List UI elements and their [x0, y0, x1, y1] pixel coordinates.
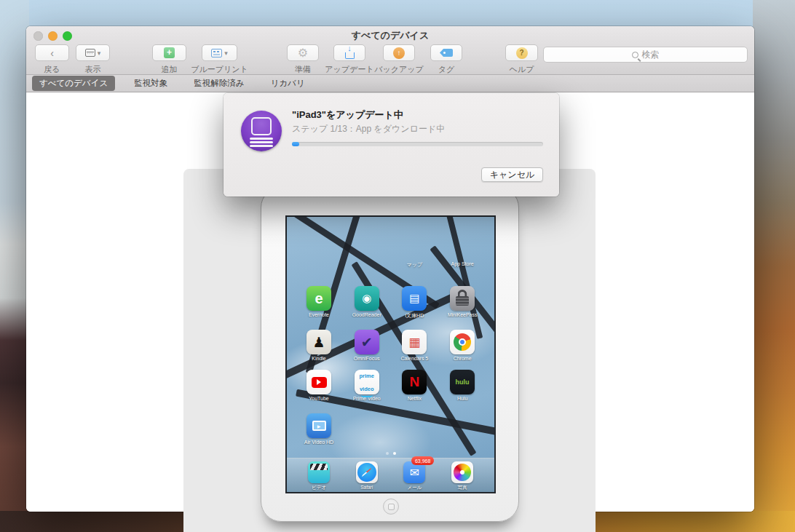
prime-video-icon: prime video	[355, 370, 379, 394]
page-dot	[386, 452, 389, 455]
update-label: アップデート	[325, 64, 373, 75]
app-label: YouTube	[297, 396, 341, 401]
back-label: 戻る	[44, 64, 60, 75]
netflix-icon: N	[402, 370, 427, 394]
calendars-5-glyph: ▦	[408, 335, 420, 350]
toolbar-item-back: ‹ 戻る	[35, 44, 69, 75]
help-label: ヘルプ	[510, 64, 534, 75]
ipad-device-preview[interactable]: eEvernote◉GoodReader▤i文庫HDMiniKeePass♟Ki…	[261, 187, 519, 522]
photos-icon	[451, 461, 473, 483]
blueprint-grid-icon	[211, 49, 222, 57]
app-label: i文庫HD	[392, 312, 436, 319]
dialog-title: "iPad3"をアップデート中	[292, 108, 403, 122]
dialog-step-text: ステップ 1/13：App をダウンロード中	[292, 123, 445, 135]
app-netflix: NNetflix	[392, 370, 436, 401]
window-title: すべてのデバイス	[26, 29, 754, 42]
app-goodreader: ◉GoodReader	[345, 286, 389, 317]
blueprint-button[interactable]: ▾	[202, 44, 237, 61]
configurator-device-glyph	[251, 117, 272, 135]
app-label: Hulu	[440, 396, 484, 401]
search-placeholder: 検索	[642, 49, 660, 61]
app-label: 写真	[440, 485, 484, 491]
minikeepass-glyph	[456, 296, 469, 306]
prime-video-glyph: prime video	[359, 368, 373, 397]
download-icon	[345, 52, 355, 59]
tab-監視解除済み[interactable]: 監視解除済み	[186, 76, 251, 91]
update-button[interactable]	[333, 44, 365, 61]
app-evernote: eEvernote	[297, 286, 341, 317]
goodreader-icon: ◉	[355, 286, 379, 311]
search-input[interactable]: 検索	[543, 47, 748, 63]
partial-app-label: マップ	[392, 261, 436, 269]
app-prime-video: prime videoPrime Video	[345, 370, 389, 401]
ibunko-hd-icon: ▤	[402, 286, 427, 311]
help-button[interactable]: ?	[505, 44, 538, 61]
view-button[interactable]: ▾	[76, 44, 110, 61]
dock-app-videos: ビデオ	[297, 461, 341, 491]
scope-bar: すべてのデバイス監視対象監視解除済みリカバリ	[26, 75, 754, 92]
ipad-screen: eEvernote◉GoodReader▤i文庫HDMiniKeePass♟Ki…	[285, 215, 496, 493]
gear-icon: ⚙	[298, 47, 308, 59]
hulu-icon: hulu	[450, 370, 475, 394]
tab-監視対象[interactable]: 監視対象	[127, 76, 175, 91]
app-label: Netflix	[392, 396, 436, 401]
tab-リカバリ[interactable]: リカバリ	[263, 76, 312, 91]
app-label: OmniFocus	[345, 356, 389, 361]
videos-glyph	[310, 464, 328, 470]
cancel-button[interactable]: キャンセル	[481, 167, 543, 182]
toolbar-item-prepare: ⚙ 準備	[287, 44, 319, 75]
titlebar[interactable]: すべてのデバイス	[26, 26, 754, 41]
ipad-dock: ビデオSafari✉63,968メール写真	[287, 458, 494, 492]
app-label: Chrome	[440, 356, 484, 361]
add-label: 追加	[162, 64, 178, 75]
prepare-button[interactable]: ⚙	[287, 44, 319, 61]
window-header: すべてのデバイス ‹ 戻る ▾ 表示 + 追加 ▾ ブループリント ⚙ 準備 ア…	[26, 26, 754, 75]
app-air-video-hd: ▶Air Video HD	[297, 413, 341, 445]
home-button	[383, 499, 399, 515]
toolbar-item-update: アップデート	[333, 44, 365, 75]
chevron-left-icon: ‹	[50, 49, 54, 57]
partial-app-label: App Store	[440, 261, 484, 266]
tag-button[interactable]	[430, 44, 462, 61]
calendars-5-icon: ▦	[402, 330, 427, 354]
back-button[interactable]: ‹	[35, 44, 69, 61]
youtube-icon	[306, 370, 331, 394]
app-window: すべてのデバイス ‹ 戻る ▾ 表示 + 追加 ▾ ブループリント ⚙ 準備 ア…	[26, 26, 754, 512]
dock-app-mail: ✉63,968メール	[392, 461, 436, 491]
plus-icon: +	[164, 47, 175, 58]
progress-fill	[292, 142, 299, 146]
tag-icon	[440, 49, 453, 57]
tab-すべてのデバイス[interactable]: すべてのデバイス	[32, 76, 115, 91]
backup-button[interactable]: ↑	[383, 44, 415, 61]
safari-icon	[356, 461, 378, 483]
app-hulu: huluHulu	[440, 370, 484, 401]
tag-label: タグ	[438, 64, 455, 75]
view-options-icon	[85, 49, 95, 57]
chevron-down-icon: ▾	[224, 49, 228, 57]
toolbar-item-view: ▾ 表示	[76, 44, 110, 75]
mail-icon: ✉63,968	[403, 461, 425, 483]
prepare-label: 準備	[295, 64, 311, 75]
omnifocus-glyph: ✔	[361, 334, 373, 351]
netflix-glyph: N	[410, 374, 420, 390]
app-label: Air Video HD	[297, 440, 341, 445]
safari-glyph	[357, 463, 376, 482]
update-progress-dialog: "iPad3"をアップデート中 ステップ 1/13：App をダウンロード中 キ…	[224, 93, 559, 196]
configurator-stack-line	[250, 145, 273, 147]
configurator-stack-line	[250, 138, 273, 140]
toolbar-item-backup: ↑ バックアップ	[383, 44, 415, 75]
videos-icon	[308, 461, 330, 483]
photos-glyph	[460, 470, 464, 475]
toolbar-item-blueprint: ▾ ブループリント	[202, 44, 237, 75]
air-video-hd-icon: ▶	[306, 413, 331, 438]
app-label: Evernote	[297, 312, 341, 317]
hulu-glyph: hulu	[456, 378, 470, 386]
evernote-glyph: e	[315, 290, 323, 307]
progress-bar	[292, 142, 543, 146]
chrome-glyph	[454, 333, 471, 351]
app-label: メール	[392, 485, 436, 491]
kindle-glyph: ♟	[312, 334, 325, 351]
add-button[interactable]: +	[152, 44, 186, 61]
mail-unread-badge: 63,968	[411, 456, 434, 465]
app-kindle: ♟Kindle	[297, 330, 341, 361]
